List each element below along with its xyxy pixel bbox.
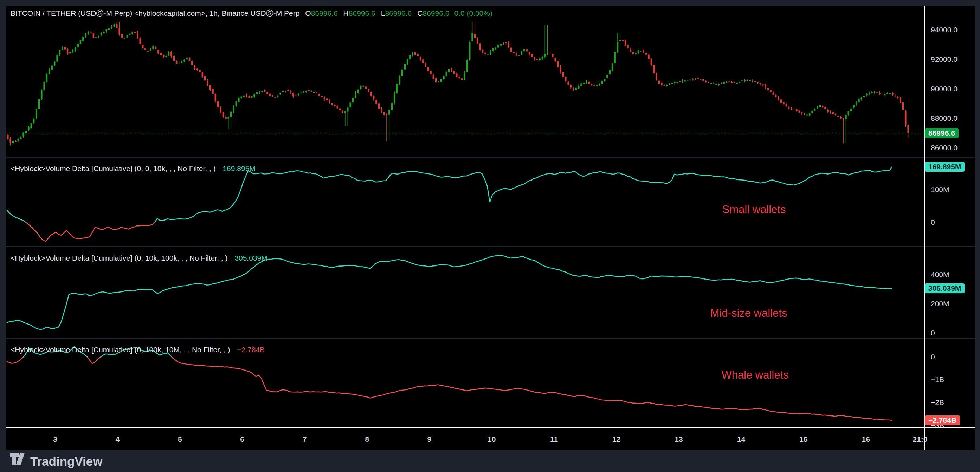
time-axis-tick[interactable]: 16 bbox=[862, 435, 870, 444]
y-axis-tick[interactable]: 100M bbox=[931, 185, 950, 194]
tradingview-wordmark[interactable]: TradingView bbox=[30, 455, 103, 469]
pane-separator[interactable] bbox=[6, 246, 975, 247]
indicator-legend-small-wallets[interactable]: <Hyblock>Volume Delta [Cumulative] (0, 0… bbox=[11, 164, 256, 173]
indicator-title: <Hyblock>Volume Delta [Cumulative] (0, 0… bbox=[11, 164, 216, 173]
ohlc-close-value: 86996.6 bbox=[423, 9, 449, 17]
change-value: 0.0 (0.00%) bbox=[454, 9, 492, 17]
y-axis-tick[interactable]: 0 bbox=[931, 218, 935, 226]
annotation-whale-wallets[interactable]: Whale wallets bbox=[721, 369, 788, 382]
time-axis-tick[interactable]: 11 bbox=[550, 435, 558, 444]
ohlc-high-value: 86996.6 bbox=[349, 9, 375, 17]
ohlc-low-label: L bbox=[381, 9, 385, 17]
indicator-legend-whale-wallets[interactable]: <Hyblock>Volume Delta [Cumulative] (0, 1… bbox=[11, 345, 265, 354]
time-axis-tick[interactable]: 13 bbox=[675, 435, 682, 444]
y-axis-tick[interactable]: 88000.0 bbox=[931, 114, 958, 123]
time-axis-tick[interactable]: 3 bbox=[53, 435, 57, 444]
y-axis-tick[interactable]: 90000.0 bbox=[931, 85, 958, 93]
pane-separator[interactable] bbox=[6, 338, 975, 339]
time-axis-tick[interactable]: 12 bbox=[612, 435, 620, 444]
time-scale-border bbox=[6, 428, 975, 428]
time-axis-tick[interactable]: 7 bbox=[303, 435, 307, 444]
tradingview-logo-icon[interactable] bbox=[10, 453, 27, 469]
time-axis-tick[interactable]: 21:0 bbox=[913, 435, 928, 444]
symbol-legend[interactable]: BITCOIN / TETHER (USDⓈ-M Perp) <hyblockc… bbox=[11, 8, 492, 18]
symbol-title: BITCOIN / TETHER (USDⓈ-M Perp) <hyblockc… bbox=[11, 9, 299, 17]
indicator-legend-mid-size-wallets[interactable]: <Hyblock>Volume Delta [Cumulative] (0, 1… bbox=[11, 254, 267, 262]
indicator-value: 305.039M bbox=[234, 254, 267, 262]
y-axis-tick[interactable]: 400M bbox=[931, 271, 950, 279]
footer-bar: TradingView bbox=[0, 450, 980, 472]
y-axis-tick[interactable]: 200M bbox=[931, 299, 950, 308]
ohlc-low-value: 86996.6 bbox=[385, 9, 412, 17]
pane-separator[interactable] bbox=[6, 157, 975, 158]
ohlc-close-label: C bbox=[417, 9, 423, 17]
price-scale-border bbox=[924, 6, 925, 450]
time-axis-tick[interactable]: 10 bbox=[488, 435, 496, 444]
price-pane[interactable] bbox=[6, 6, 924, 157]
annotation-mid-size-wallets[interactable]: Mid-size wallets bbox=[710, 307, 788, 320]
price-scale[interactable] bbox=[925, 6, 975, 428]
y-axis-tick[interactable]: 0 bbox=[931, 353, 935, 361]
y-axis-tick[interactable]: 86000.0 bbox=[931, 144, 958, 152]
last-value-label: −2.784B bbox=[925, 415, 960, 425]
time-axis-tick[interactable]: 4 bbox=[116, 435, 120, 444]
last-value-label: 169.895M bbox=[925, 162, 964, 172]
time-axis-tick[interactable]: 8 bbox=[365, 435, 369, 444]
time-axis-tick[interactable]: 5 bbox=[178, 435, 182, 444]
time-axis-tick[interactable]: 9 bbox=[428, 435, 432, 444]
time-axis-tick[interactable]: 6 bbox=[240, 435, 244, 444]
last-value-label: 305.039M bbox=[925, 284, 964, 293]
indicator-value: −2.784B bbox=[237, 345, 265, 354]
indicator-value: 169.895M bbox=[223, 164, 255, 173]
ohlc-high-label: H bbox=[344, 9, 349, 17]
last-value-label: 86996.6 bbox=[925, 128, 959, 138]
y-axis-tick[interactable]: 94000.0 bbox=[931, 25, 958, 34]
indicator-title: <Hyblock>Volume Delta [Cumulative] (0, 1… bbox=[11, 254, 228, 262]
ohlc-open-value: 86996.6 bbox=[311, 9, 338, 17]
last-price-dotted-line bbox=[6, 133, 924, 133]
annotation-small-wallets[interactable]: Small wallets bbox=[722, 203, 786, 216]
time-axis-tick[interactable]: 14 bbox=[737, 435, 745, 444]
time-axis-tick[interactable]: 15 bbox=[799, 435, 807, 444]
ohlc-open-label: O bbox=[305, 9, 311, 17]
y-axis-tick[interactable]: −1B bbox=[931, 375, 944, 384]
indicator-title: <Hyblock>Volume Delta [Cumulative] (0, 1… bbox=[11, 345, 230, 354]
y-axis-tick[interactable]: −2B bbox=[931, 398, 944, 407]
y-axis-tick[interactable]: 92000.0 bbox=[931, 55, 958, 63]
y-axis-tick[interactable]: 0 bbox=[931, 329, 935, 337]
tradingview-chart-window: BITCOIN / TETHER (USDⓈ-M Perp) <hyblockc… bbox=[0, 0, 980, 472]
